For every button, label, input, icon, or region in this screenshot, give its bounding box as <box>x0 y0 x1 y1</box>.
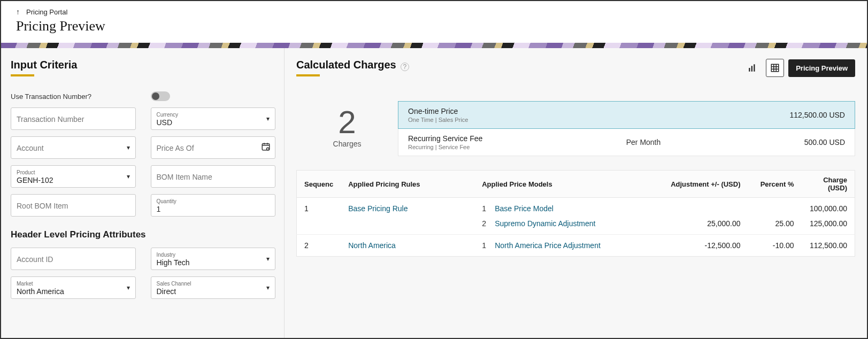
model-link[interactable]: Base Price Model <box>495 204 554 213</box>
chevron-down-icon: ▾ <box>127 144 130 151</box>
page-title: Pricing Preview <box>16 18 852 34</box>
table-row: 1Base Pricing Rule1Base Price Model2Supr… <box>297 198 855 235</box>
cell-adjustment: -12,500.00 <box>657 235 748 257</box>
cell-models: 1North America Price Adjustment <box>474 235 657 257</box>
title-underline <box>296 74 320 76</box>
field-value: High Tech <box>157 258 270 267</box>
charge-amount: 500.00 USD <box>804 138 845 147</box>
placeholder-text: Root BOM Item <box>17 202 130 210</box>
title-underline <box>11 74 34 76</box>
field-label: Market <box>17 281 130 287</box>
use-transaction-toggle[interactable] <box>151 91 170 101</box>
nav-up-label: Pricing Portal <box>26 8 67 16</box>
col-percent: Percent % <box>748 171 802 198</box>
cell-rule: North America <box>341 235 474 257</box>
charge-frequency: Per Month <box>626 138 661 147</box>
cell-sequence: 2 <box>297 235 341 257</box>
svg-point-1 <box>267 148 270 150</box>
nav-up[interactable]: ↑ Pricing Portal <box>16 7 852 16</box>
root-bom-item-input[interactable]: Root BOM Item <box>11 194 136 217</box>
charge-name: One-time Price <box>408 107 468 115</box>
model-link[interactable]: Supremo Dynamic Adjustment <box>495 219 595 228</box>
rule-link[interactable]: Base Pricing Rule <box>348 204 408 213</box>
model-link[interactable]: North America Price Adjustment <box>495 241 601 250</box>
decorative-band <box>1 43 867 48</box>
charges-list: One-time PriceOne Time | Sales Price112,… <box>398 101 855 156</box>
placeholder-text: Account <box>17 144 130 152</box>
svg-rect-3 <box>751 66 752 72</box>
transaction-number-input[interactable]: Transaction Number <box>11 107 136 130</box>
sales-channel-select[interactable]: Sales Channel Direct ▾ <box>151 276 276 299</box>
table-view-button[interactable] <box>766 59 784 77</box>
industry-select[interactable]: Industry High Tech ▾ <box>151 248 276 270</box>
account-id-input[interactable]: Account ID <box>11 248 136 270</box>
charge-subtype: One Time | Sales Price <box>408 117 468 123</box>
field-value: Direct <box>157 287 270 296</box>
cell-percent: -10.00 <box>748 235 802 257</box>
pricing-preview-button[interactable]: Pricing Preview <box>788 59 855 77</box>
market-select[interactable]: Market North America ▾ <box>11 276 136 299</box>
col-charge: Charge (USD) <box>802 171 855 198</box>
cell-sequence: 1 <box>297 198 341 235</box>
cell-percent: 25.00 <box>748 198 802 235</box>
model-index: 1 <box>482 241 487 250</box>
charges-count: 2 Charges <box>296 101 398 156</box>
price-as-of-input[interactable]: Price As Of <box>151 136 276 159</box>
bom-item-name-input[interactable]: BOM Item Name <box>151 165 276 188</box>
model-index: 2 <box>482 219 487 228</box>
field-value: North America <box>17 287 130 296</box>
help-icon[interactable]: ? <box>401 63 409 71</box>
cell-charge: 112,500.00 <box>802 235 855 257</box>
cell-adjustment: 25,000.00 <box>657 198 748 235</box>
field-value: 1 <box>157 205 270 213</box>
cell-models: 1Base Price Model2Supremo Dynamic Adjust… <box>474 198 657 235</box>
field-value: GENH-102 <box>17 176 130 184</box>
charges-summary: 2 Charges One-time PriceOne Time | Sales… <box>296 101 855 156</box>
charge-name: Recurring Service Fee <box>408 134 482 143</box>
pricing-rules-table: Sequenc Applied Pricing Rules Applied Pr… <box>296 170 855 257</box>
header-attributes-form: Account ID Industry High Tech ▾ Market N… <box>11 248 275 299</box>
arrow-up-icon: ↑ <box>16 7 20 16</box>
col-sequence: Sequenc <box>297 171 341 198</box>
field-label: Currency <box>157 112 270 118</box>
svg-rect-2 <box>749 68 750 72</box>
count-number: 2 <box>296 106 398 138</box>
col-rules: Applied Pricing Rules <box>341 171 474 198</box>
page-header: ↑ Pricing Portal Pricing Preview <box>1 1 867 43</box>
rule-link[interactable]: North America <box>348 241 396 250</box>
charge-row[interactable]: One-time PriceOne Time | Sales Price112,… <box>398 101 855 129</box>
quantity-input[interactable]: Quantity 1 <box>151 194 276 217</box>
field-label: Quantity <box>157 198 270 204</box>
table-row: 2North America1North America Price Adjus… <box>297 235 855 257</box>
svg-rect-4 <box>754 64 755 72</box>
charge-subtype: Recurring | Service Fee <box>408 144 482 150</box>
charge-info: One-time PriceOne Time | Sales Price <box>408 107 468 123</box>
chevron-down-icon: ▾ <box>127 173 130 180</box>
col-models: Applied Price Models <box>474 171 657 198</box>
product-select[interactable]: Product GENH-102 ▾ <box>11 165 136 188</box>
chart-view-button[interactable] <box>743 59 762 77</box>
svg-rect-0 <box>262 144 270 150</box>
view-toolbar: Pricing Preview <box>743 59 855 77</box>
field-value: USD <box>157 118 270 127</box>
col-adjustment: Adjustment +/- (USD) <box>657 171 748 198</box>
criteria-form: Use Transaction Number? Transaction Numb… <box>11 91 275 217</box>
input-criteria-panel: Input Criteria Use Transaction Number? T… <box>1 48 285 338</box>
svg-rect-5 <box>771 64 779 72</box>
chevron-down-icon: ▾ <box>266 284 270 291</box>
content-area: Input Criteria Use Transaction Number? T… <box>1 48 867 338</box>
charge-amount: 112,500.00 USD <box>789 111 845 119</box>
count-label: Charges <box>296 140 398 148</box>
app-window: ↑ Pricing Portal Pricing Preview Input C… <box>0 0 868 339</box>
placeholder-text: Account ID <box>17 255 130 264</box>
placeholder-text: Transaction Number <box>17 115 130 124</box>
charge-info: Recurring Service FeeRecurring | Service… <box>408 134 482 150</box>
account-select[interactable]: Account ▾ <box>11 136 136 159</box>
field-label: Industry <box>157 252 270 258</box>
use-transaction-label: Use Transaction Number? <box>11 91 136 101</box>
cell-charge: 100,000.00125,000.00 <box>802 198 855 235</box>
currency-select[interactable]: Currency USD ▾ <box>151 107 276 130</box>
charge-row[interactable]: Recurring Service FeeRecurring | Service… <box>398 129 855 156</box>
chevron-down-icon: ▾ <box>266 255 270 263</box>
calendar-icon <box>261 142 271 153</box>
